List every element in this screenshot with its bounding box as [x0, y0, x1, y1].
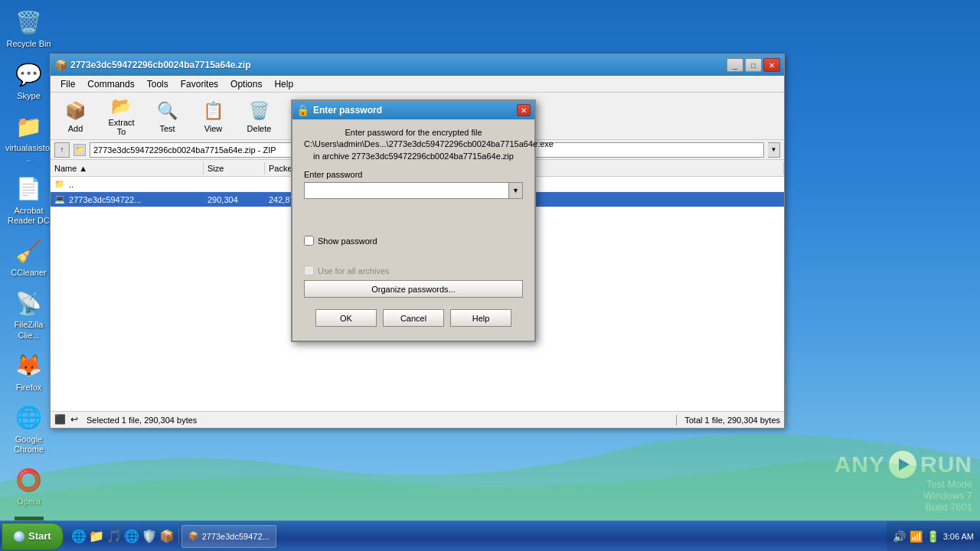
folder-up-icon: 📁: [54, 179, 65, 190]
desktop-icon-filezilla[interactable]: 📡 FileZilla Clie...: [2, 285, 56, 343]
dialog-content: Enter password for the encrypted file C:…: [292, 119, 534, 341]
menu-options[interactable]: Options: [224, 77, 268, 91]
status-right-icon: ↩: [70, 414, 83, 426]
taskbar-task-icon: 📦: [188, 531, 199, 541]
tray-battery-icon[interactable]: 🔋: [926, 530, 939, 543]
opera-icon: ⭕: [14, 465, 44, 495]
firefox-label: Firefox: [16, 383, 42, 393]
winrar-menu-bar: File Commands Tools Favorites Options He…: [51, 76, 784, 93]
winrar-status-bar: ⬛ ↩ Selected 1 file, 290,304 bytes Total…: [51, 411, 784, 428]
dialog-spacer2: [304, 250, 523, 266]
tray-network-icon[interactable]: 📶: [910, 530, 923, 543]
dialog-message-line1: Enter password for the encrypted file: [304, 127, 523, 139]
tray-volume-icon[interactable]: 🔊: [893, 530, 906, 543]
acrobat-icon: 📄: [14, 174, 44, 204]
winrar-window-controls: _ □ ✕: [727, 58, 780, 72]
extract-icon: 📂: [109, 96, 134, 116]
start-orb-icon: [14, 531, 24, 542]
dialog-message: Enter password for the encrypted file C:…: [304, 127, 523, 162]
anyrun-subtitle: Test Mode Windows 7 Build 7601: [923, 478, 972, 513]
show-password-row: Show password: [304, 236, 523, 246]
winrar-maximize-button[interactable]: □: [745, 58, 762, 72]
menu-tools[interactable]: Tools: [141, 77, 175, 91]
exe-icon: 💻: [54, 194, 65, 205]
winrar-close-button[interactable]: ✕: [763, 58, 780, 72]
taskbar-task-label: 2773e3dc59472...: [202, 532, 270, 541]
password-section-label: Enter password: [304, 170, 523, 179]
organize-passwords-button[interactable]: Organize passwords...: [304, 280, 523, 298]
desktop-icon-chrome[interactable]: 🌐 Google Chrome: [2, 399, 56, 458]
taskbar-shield-icon[interactable]: 🛡️: [142, 529, 157, 543]
toolbar-test-button[interactable]: 🔍 Test: [146, 96, 188, 136]
taskbar-winrar-task[interactable]: 📦 2773e3dc59472...: [181, 525, 276, 548]
anyrun-subtitle2: Windows 7: [923, 490, 972, 501]
cancel-button[interactable]: Cancel: [383, 309, 444, 327]
use-for-all-checkbox[interactable]: [304, 266, 314, 276]
skype-icon: 💬: [14, 59, 44, 90]
taskbar-tray: 🔊 📶 🔋 3:06 AM: [887, 521, 980, 551]
password-input-row: ▼: [304, 182, 523, 199]
virtualasisto-label: virtualasisto...: [5, 143, 53, 163]
use-for-all-label: Use for all archives: [318, 266, 390, 276]
desktop-icon-firefox[interactable]: 🦊 Firefox: [2, 347, 56, 396]
anyrun-subtitle1: Test Mode: [923, 478, 972, 490]
taskbar-folder-icon[interactable]: 📁: [89, 529, 104, 543]
start-button[interactable]: Start: [2, 523, 64, 550]
taskbar-ie-icon[interactable]: 🌐: [71, 529, 87, 543]
recycle-bin-icon: 🗑️: [14, 7, 44, 37]
col-header-size[interactable]: Size: [204, 162, 265, 174]
menu-file[interactable]: File: [54, 77, 81, 91]
toolbar-view-button[interactable]: 📋 View: [192, 96, 234, 136]
desktop-icon-virtualasisto[interactable]: 📁 virtualasisto...: [2, 108, 56, 166]
ccleaner-label: CCleaner: [11, 268, 46, 278]
chrome-icon: 🌐: [14, 403, 44, 433]
password-dropdown-button[interactable]: ▼: [509, 182, 523, 199]
anyrun-play-icon: [889, 451, 916, 478]
desktop-icon-ccleaner[interactable]: 🧹 CCleaner: [2, 233, 56, 281]
show-password-checkbox[interactable]: [304, 236, 314, 246]
acrobat-label: Acrobat Reader DC: [5, 206, 53, 226]
password-input[interactable]: [304, 182, 509, 199]
desktop-icon-recycle-bin[interactable]: 🗑️ Recycle Bin: [2, 4, 56, 52]
desktop-icon-skype[interactable]: 💬 Skype: [2, 56, 56, 104]
toolbar-add-button[interactable]: 📦 Add: [54, 96, 96, 136]
file-cell-parent-name: 📁 ..: [52, 179, 205, 190]
help-button[interactable]: Help: [450, 309, 511, 327]
menu-help[interactable]: Help: [268, 77, 299, 91]
firefox-icon: 🦊: [14, 350, 44, 381]
dialog-message-line3: in archive 2773e3dc59472296cb0024ba7715a…: [304, 151, 523, 162]
toolbar-delete-button[interactable]: 🗑️ Delete: [238, 96, 280, 136]
anyrun-logo: ANY RUN: [835, 451, 972, 478]
add-label: Add: [68, 124, 83, 133]
file-cell-main-name: 💻 2773e3dc594722...: [52, 194, 205, 205]
winrar-minimize-button[interactable]: _: [727, 58, 743, 72]
filezilla-icon: 📡: [14, 288, 44, 318]
filezilla-label: FileZilla Clie...: [5, 320, 53, 340]
ok-button[interactable]: OK: [315, 309, 377, 327]
address-dropdown-button[interactable]: ▼: [768, 142, 780, 158]
menu-favorites[interactable]: Favorites: [175, 77, 224, 91]
taskbar-winrar-icon[interactable]: 📦: [159, 529, 175, 543]
back-button[interactable]: ↑: [54, 142, 70, 158]
taskbar: Start 🌐 📁 🎵 🌐 🛡️ 📦 📦 2773e3dc59472... 🔊 …: [0, 520, 980, 551]
taskbar-media-icon[interactable]: 🎵: [106, 529, 122, 543]
winrar-titlebar: 📦 2773e3dc59472296cb0024ba7715a64e.zip _…: [51, 54, 784, 76]
dialog-buttons: OK Cancel Help: [304, 305, 523, 333]
desktop-icon-acrobat[interactable]: 📄 Acrobat Reader DC: [2, 171, 56, 229]
menu-commands[interactable]: Commands: [81, 77, 140, 91]
dialog-close-button[interactable]: ✕: [517, 104, 531, 116]
clock-time: 3:06 AM: [943, 532, 974, 541]
col-header-name[interactable]: Name ▲: [51, 162, 204, 174]
dialog-title-text: Enter password: [313, 105, 513, 116]
view-label: View: [204, 124, 223, 133]
status-left-text: Selected 1 file, 290,304 bytes: [87, 416, 668, 425]
anyrun-badge: ANY RUN Test Mode Windows 7 Build 7601: [835, 451, 972, 513]
dialog-titlebar: 🔒 Enter password ✕: [292, 101, 534, 119]
desktop: 🗑️ Recycle Bin 💬 Skype 📁 virtualasisto..…: [0, 0, 980, 551]
toolbar-extract-button[interactable]: 📂 Extract To: [100, 96, 142, 136]
anyrun-run: RUN: [920, 452, 972, 478]
anyrun-subtitle3: Build 7601: [923, 501, 972, 513]
desktop-icon-opera[interactable]: ⭕ Opera: [2, 461, 56, 510]
dialog-message-line2: C:\Users\admin\Des...\2773e3dc59472296cb…: [304, 139, 523, 150]
taskbar-chrome-icon[interactable]: 🌐: [124, 529, 139, 543]
